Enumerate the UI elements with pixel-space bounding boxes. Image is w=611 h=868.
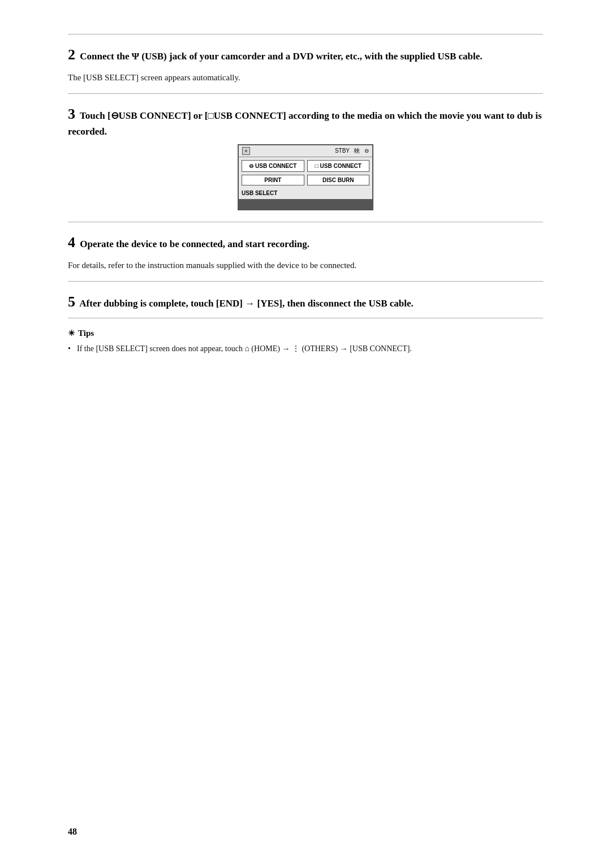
step-2-heading-text: Connect the Ψ (USB) jack of your camcord… <box>80 51 482 62</box>
step-4-body: For details, refer to the instruction ma… <box>68 258 543 272</box>
step-5-heading-text: After dubbing is complete, touch [END] →… <box>79 298 413 309</box>
disc-burn-button[interactable]: DISC BURN <box>307 175 370 185</box>
step-3-number: 3 <box>68 106 75 122</box>
tips-heading: ☀ Tips <box>68 329 543 338</box>
usb-select-label: USB SELECT <box>239 188 372 199</box>
bullet-dot: • <box>68 343 74 355</box>
step-5-block: 5 After dubbing is complete, touch [END]… <box>68 292 543 312</box>
divider-3 <box>68 222 543 222</box>
step-5-number: 5 <box>68 293 75 310</box>
screen-mockup: × STBY 映 ⊖ ⊖ USB CONNECT □ USB CONNECT P… <box>238 144 373 210</box>
divider-top <box>68 34 543 34</box>
stby-label: STBY <box>335 148 350 154</box>
step-4-number: 4 <box>68 234 75 251</box>
step-4-block: 4 Operate the device to be connected, an… <box>68 232 543 272</box>
tips-bullet-1: • If the [USB SELECT] screen does not ap… <box>68 343 543 355</box>
status-icon2: ⊖ <box>364 148 369 154</box>
step-2-body: The [USB SELECT] screen appears automati… <box>68 71 543 84</box>
step-2-heading: 2 Connect the Ψ (USB) jack of your camco… <box>68 45 543 65</box>
usb-connect-btn-1[interactable]: ⊖ USB CONNECT <box>242 160 304 172</box>
screen-close-button[interactable]: × <box>242 147 250 155</box>
status-icon1: 映 <box>354 147 360 155</box>
step-2-number: 2 <box>68 46 75 63</box>
screen-footer-bar <box>239 199 372 209</box>
divider-5 <box>68 318 543 318</box>
page-number: 48 <box>68 827 77 837</box>
step-4-heading: 4 Operate the device to be connected, an… <box>68 232 543 253</box>
step-4-heading-text: Operate the device to be connected, and … <box>80 239 309 249</box>
screen-buttons-row: ⊖ USB CONNECT □ USB CONNECT <box>239 157 372 175</box>
usb-icon-2: □ <box>315 163 319 169</box>
divider-4 <box>68 281 543 282</box>
usb-connect-btn-2[interactable]: □ USB CONNECT <box>307 160 370 172</box>
tips-section: ☀ Tips • If the [USB SELECT] screen does… <box>68 329 543 355</box>
print-button[interactable]: PRINT <box>242 175 304 185</box>
divider-2 <box>68 93 543 94</box>
usb-connect-label-2: USB CONNECT <box>320 163 362 169</box>
tips-label: Tips <box>78 329 94 338</box>
usb-icon-1: ⊖ <box>249 163 253 169</box>
tips-icon: ☀ <box>68 329 75 338</box>
tips-bullet-1-text: If the [USB SELECT] screen does not appe… <box>77 343 412 355</box>
screen-bottom-row: PRINT DISC BURN <box>239 175 372 188</box>
step-3-heading: 3 Touch [⊖USB CONNECT] or [□USB CONNECT]… <box>68 104 543 138</box>
tips-body: • If the [USB SELECT] screen does not ap… <box>68 343 543 355</box>
step-5-heading: 5 After dubbing is complete, touch [END]… <box>68 292 543 312</box>
step-3-heading-text: Touch [⊖USB CONNECT] or [□USB CONNECT] a… <box>68 110 542 136</box>
step-3-block: 3 Touch [⊖USB CONNECT] or [□USB CONNECT]… <box>68 104 543 210</box>
usb-connect-label-1: USB CONNECT <box>255 163 296 169</box>
screen-status-icons: STBY 映 ⊖ <box>335 147 369 155</box>
step-2-block: 2 Connect the Ψ (USB) jack of your camco… <box>68 45 543 84</box>
screen-top-bar: × STBY 映 ⊖ <box>239 145 372 157</box>
